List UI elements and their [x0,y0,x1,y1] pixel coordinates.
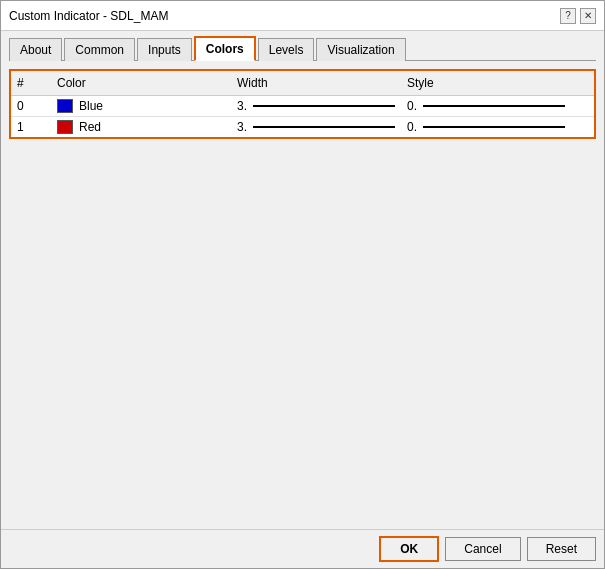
cell-width-1: 3. [231,117,401,137]
tab-bar: About Common Inputs Colors Levels Visual… [9,35,596,61]
cell-width-0: 3. [231,96,401,116]
help-button[interactable]: ? [560,8,576,24]
style-line-0 [423,105,565,107]
title-bar: Custom Indicator - SDL_MAM ? ✕ [1,1,604,31]
window-title: Custom Indicator - SDL_MAM [9,9,168,23]
style-value-0: 0. [407,99,417,113]
table-row[interactable]: 1 Red 3. 0. [11,117,594,137]
cell-style-0: 0. [401,96,571,116]
tab-visualization[interactable]: Visualization [316,38,405,61]
cell-num-1: 1 [11,117,51,137]
col-header-num: # [11,73,51,93]
close-button[interactable]: ✕ [580,8,596,24]
width-line-1 [253,126,395,128]
width-value-0: 3. [237,99,247,113]
tab-about[interactable]: About [9,38,62,61]
title-bar-controls: ? ✕ [560,8,596,24]
cell-color-1: Red [51,117,231,137]
tab-levels[interactable]: Levels [258,38,315,61]
color-swatch-red [57,120,73,134]
style-line-1 [423,126,565,128]
color-name-0: Blue [79,99,103,113]
tab-colors[interactable]: Colors [194,36,256,61]
reset-button[interactable]: Reset [527,537,596,561]
col-header-width: Width [231,73,401,93]
cell-style-1: 0. [401,117,571,137]
col-header-style: Style [401,73,571,93]
col-header-color: Color [51,73,231,93]
cancel-button[interactable]: Cancel [445,537,520,561]
ok-button[interactable]: OK [379,536,439,562]
width-value-1: 3. [237,120,247,134]
color-swatch-blue [57,99,73,113]
table-header: # Color Width Style [11,71,594,96]
tab-content-colors: # Color Width Style 0 Blue 3. [9,69,596,521]
style-value-1: 0. [407,120,417,134]
width-line-0 [253,105,395,107]
content-area: About Common Inputs Colors Levels Visual… [1,31,604,529]
content-spacer [9,139,596,521]
color-name-1: Red [79,120,101,134]
cell-color-0: Blue [51,96,231,116]
tab-inputs[interactable]: Inputs [137,38,192,61]
cell-num-0: 0 [11,96,51,116]
table-row[interactable]: 0 Blue 3. 0. [11,96,594,117]
tab-common[interactable]: Common [64,38,135,61]
main-window: Custom Indicator - SDL_MAM ? ✕ About Com… [0,0,605,569]
footer: OK Cancel Reset [1,529,604,568]
colors-table: # Color Width Style 0 Blue 3. [9,69,596,139]
